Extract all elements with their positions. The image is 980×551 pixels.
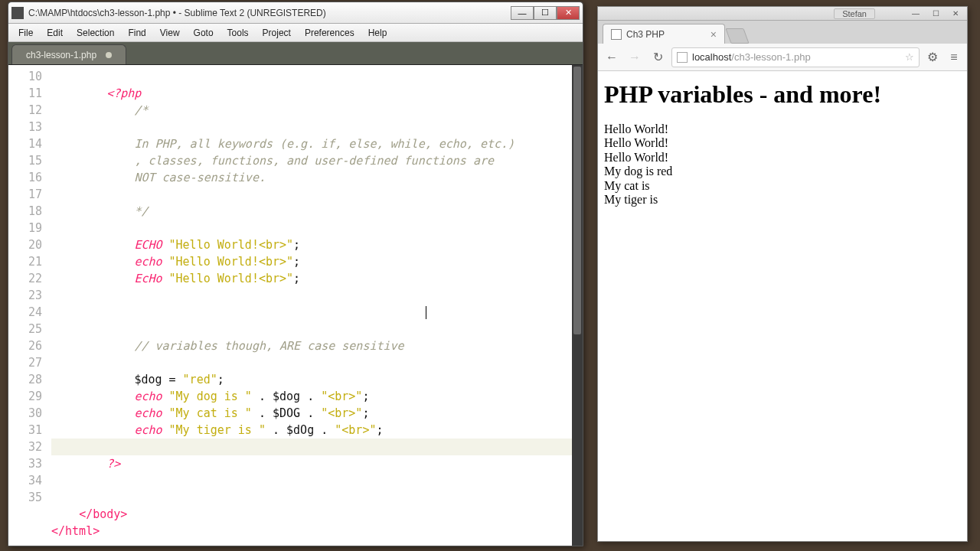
code-line[interactable]: */ [51, 203, 583, 220]
code-line[interactable]: $dog = "red"; [51, 371, 583, 388]
settings-gear-icon[interactable]: ⚙ [924, 49, 941, 66]
new-tab-button[interactable] [725, 28, 749, 44]
line-number: 30 [8, 405, 42, 422]
output-line: Hello World! [604, 151, 961, 165]
line-number: 23 [8, 287, 42, 304]
sublime-menubar: FileEditSelectionFindViewGotoToolsProjec… [8, 24, 583, 42]
output-line: My dog is red [604, 165, 961, 178]
browser-tab[interactable]: Ch3 PHP × [603, 24, 725, 44]
code-line[interactable] [51, 439, 583, 455]
menu-help[interactable]: Help [361, 26, 394, 40]
editor-tab[interactable]: ch3-lesson-1.php [11, 44, 126, 64]
code-line[interactable] [51, 304, 583, 321]
menu-view[interactable]: View [153, 26, 187, 40]
line-number: 14 [8, 135, 42, 152]
line-number: 26 [8, 337, 42, 354]
line-number: 29 [8, 388, 42, 405]
maximize-button[interactable]: ☐ [534, 6, 557, 20]
tab-close-icon[interactable]: × [710, 28, 717, 41]
code-line[interactable]: In PHP, all keywords (e.g. if, else, whi… [51, 135, 583, 152]
menu-file[interactable]: File [11, 26, 40, 40]
code-line[interactable]: /* [51, 102, 583, 119]
code-line[interactable]: ?> [51, 455, 583, 472]
close-button[interactable]: ✕ [557, 6, 580, 20]
scroll-thumb[interactable] [573, 67, 581, 334]
code-line[interactable] [51, 287, 583, 304]
menu-preferences[interactable]: Preferences [298, 26, 361, 40]
chrome-minimize-button[interactable]: — [906, 8, 926, 19]
browser-tab-title: Ch3 PHP [626, 29, 706, 40]
line-number: 11 [8, 85, 42, 102]
output-line: Hello World! [604, 136, 961, 150]
menu-find[interactable]: Find [121, 26, 152, 40]
code-line[interactable]: // variables though, ARE case sensitive [51, 337, 583, 354]
output-line: Hello World! [604, 122, 961, 136]
menu-project[interactable]: Project [256, 26, 298, 40]
code-text-area[interactable]: <?php /* In PHP, all keywords (e.g. if, … [51, 65, 583, 546]
line-number: 18 [8, 203, 42, 220]
url-path: /ch3-lesson-1.php [731, 51, 810, 63]
code-line[interactable]: echo "Hello World!<br>"; [51, 253, 583, 270]
line-number: 32 [8, 439, 42, 455]
line-number: 22 [8, 270, 42, 287]
code-line[interactable] [51, 186, 583, 203]
line-number: 34 [8, 472, 42, 489]
menu-selection[interactable]: Selection [70, 26, 121, 40]
page-icon [677, 52, 688, 63]
chrome-tabbar: Ch3 PHP × [598, 21, 967, 44]
line-number: 12 [8, 102, 42, 119]
chrome-toolbar: ← → ↻ localhost/ch3-lesson-1.php ☆ ⚙ ≡ [598, 44, 967, 71]
code-line[interactable] [51, 220, 583, 236]
favicon [611, 29, 622, 40]
code-line[interactable] [51, 354, 583, 371]
sublime-window-title: C:\MAMP\htdocs\ch3-lesson-1.php • - Subl… [28, 8, 511, 18]
code-line[interactable]: echo "My tiger is " . $dOg . "<br>"; [51, 422, 583, 439]
forward-button[interactable]: → [626, 48, 644, 67]
chrome-window: Stefan — ☐ ✕ Ch3 PHP × ← → ↻ localhost/c… [597, 6, 968, 542]
code-line[interactable]: </body> [51, 506, 583, 523]
chrome-user-badge[interactable]: Stefan [834, 8, 875, 19]
line-number: 21 [8, 253, 42, 270]
tab-dirty-indicator[interactable] [106, 52, 112, 58]
editor-tab-label: ch3-lesson-1.php [26, 50, 96, 60]
code-line[interactable]: echo "My cat is " . $DOG . "<br>"; [51, 405, 583, 422]
bookmark-star-icon[interactable]: ☆ [905, 51, 914, 63]
output-line: My tiger is [604, 193, 961, 207]
line-number: 28 [8, 371, 42, 388]
code-line[interactable]: echo "My dog is " . $dog . "<br>"; [51, 388, 583, 405]
hamburger-menu-icon[interactable]: ≡ [946, 49, 962, 66]
line-number: 35 [8, 489, 42, 506]
code-line[interactable] [51, 119, 583, 135]
code-line[interactable]: <?php [51, 85, 583, 102]
page-content: PHP variables - and more! Hello World!He… [598, 71, 967, 216]
code-line[interactable] [51, 489, 583, 506]
reload-button[interactable]: ↻ [648, 48, 667, 67]
code-line[interactable] [51, 321, 583, 337]
code-line[interactable] [51, 472, 583, 489]
code-line[interactable]: </html> [51, 523, 583, 540]
code-line[interactable]: , classes, functions, and user-defined f… [51, 152, 583, 169]
line-number: 25 [8, 321, 42, 337]
line-number: 20 [8, 236, 42, 253]
code-line[interactable]: NOT case-sensitive. [51, 169, 583, 186]
code-line[interactable]: EcHo "Hello World!<br>"; [51, 270, 583, 287]
chrome-maximize-button[interactable]: ☐ [926, 8, 946, 19]
menu-edit[interactable]: Edit [40, 26, 70, 40]
minimize-button[interactable]: — [511, 6, 534, 20]
line-number: 15 [8, 152, 42, 169]
code-line[interactable] [51, 68, 583, 85]
line-number: 10 [8, 68, 42, 85]
page-heading: PHP variables - and more! [604, 80, 961, 109]
output-line: My cat is [604, 179, 961, 193]
back-button[interactable]: ← [603, 48, 621, 67]
sublime-titlebar[interactable]: C:\MAMP\htdocs\ch3-lesson-1.php • - Subl… [8, 2, 583, 24]
menu-goto[interactable]: Goto [187, 26, 220, 40]
vertical-scrollbar[interactable] [572, 65, 583, 546]
chrome-close-button[interactable]: ✕ [946, 8, 965, 19]
code-line[interactable]: ECHO "Hello World!<br>"; [51, 236, 583, 253]
line-number: 24 [8, 304, 42, 321]
chrome-titlebar[interactable]: Stefan — ☐ ✕ [598, 7, 967, 21]
menu-tools[interactable]: Tools [220, 26, 256, 40]
address-bar[interactable]: localhost/ch3-lesson-1.php ☆ [671, 47, 920, 67]
editor-area: 1011121314151617181920212223242526272829… [8, 65, 583, 546]
